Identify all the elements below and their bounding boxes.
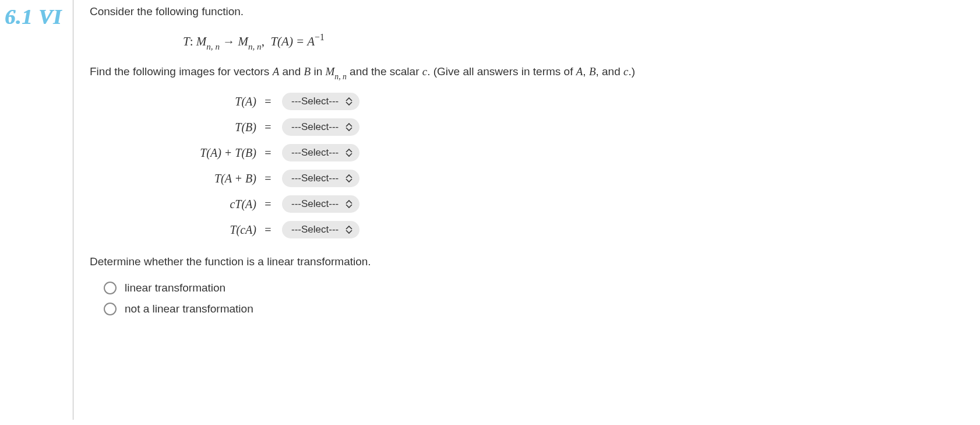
select-text: ---Select--- (291, 224, 339, 236)
select-text: ---Select--- (291, 96, 339, 107)
eq-label: T(B) (97, 121, 260, 134)
eq-label: T(cA) (97, 223, 260, 237)
text-and-scalar: and the scalar (347, 65, 422, 78)
var-c: c (422, 65, 427, 78)
eq-row-cTA: cT(A) = ---Select--- (97, 195, 970, 213)
find-instruction: Find the following images for vectors A … (90, 64, 970, 82)
text-in: in (311, 65, 325, 78)
eq-label: T(A) (97, 95, 260, 108)
radio-label: linear transformation (125, 282, 225, 294)
eq-label: T(A + B) (97, 172, 260, 185)
math-sub-nn-2: n, n (248, 42, 262, 51)
math-colon: : (190, 34, 193, 48)
eq-label: T(A) + T(B) (97, 146, 260, 160)
select-dropdown-TB[interactable]: ---Select--- (282, 118, 359, 136)
radio-option-linear[interactable]: linear transformation (104, 282, 970, 294)
eq-label: cT(A) (97, 198, 260, 211)
math-TA: T(A) = A (270, 34, 315, 48)
equals-sign: = (260, 121, 276, 134)
var-B2: B (589, 65, 596, 78)
select-text: ---Select--- (291, 121, 339, 133)
select-dropdown-cTA[interactable]: ---Select--- (282, 195, 359, 213)
math-M1: M (196, 34, 207, 48)
text-post: . (Give all answers in terms of (427, 65, 576, 78)
chevron-up-down-icon (346, 174, 352, 182)
handwritten-annotation: 6.1 VI (5, 5, 62, 29)
radio-circle-icon (104, 282, 117, 294)
chevron-up-down-icon (346, 123, 352, 131)
eq-row-TB: T(B) = ---Select--- (97, 118, 970, 136)
equals-sign: = (260, 172, 276, 185)
math-M2: M (238, 34, 248, 48)
text-end: .) (628, 65, 635, 78)
select-text: ---Select--- (291, 198, 339, 210)
function-definition: T: Mn, n → Mn, n, T(A) = A−1 (183, 33, 970, 51)
chevron-up-down-icon (346, 149, 352, 157)
radio-group-linear: linear transformation not a linear trans… (104, 282, 970, 315)
eq-row-TA-plus-TB: T(A) + T(B) = ---Select--- (97, 144, 970, 161)
equals-sign: = (260, 198, 276, 211)
question-body: Consider the following function. T: Mn, … (73, 0, 970, 420)
var-A: A (273, 65, 280, 78)
chevron-up-down-icon (346, 200, 352, 208)
eq-row-T-AplusB: T(A + B) = ---Select--- (97, 170, 970, 187)
text-c2: , and (596, 65, 624, 78)
sub-nn-inline: n, n (334, 72, 347, 81)
find-pre: Find the following images for vectors (90, 65, 273, 78)
select-dropdown-TA[interactable]: ---Select--- (282, 93, 359, 110)
arrow-right-icon: → (223, 34, 238, 48)
intro-text: Consider the following function. (90, 3, 970, 20)
equals-sign: = (260, 223, 276, 237)
select-text: ---Select--- (291, 147, 339, 159)
text-and1: and (279, 65, 304, 78)
var-A2: A (576, 65, 583, 78)
chevron-up-down-icon (346, 226, 352, 234)
math-exp-neg1: −1 (315, 32, 325, 42)
var-M: M (325, 65, 334, 78)
select-dropdown-TAplusTB[interactable]: ---Select--- (282, 144, 359, 161)
equals-sign: = (260, 95, 276, 108)
select-dropdown-TAplusB[interactable]: ---Select--- (282, 170, 359, 187)
math-T: T (183, 34, 190, 48)
select-dropdown-TcA[interactable]: ---Select--- (282, 221, 359, 238)
select-text: ---Select--- (291, 173, 339, 184)
equation-list: T(A) = ---Select--- T(B) = ---Select--- (97, 93, 970, 238)
text-c1: , (583, 65, 589, 78)
var-B: B (304, 65, 311, 78)
equals-sign: = (260, 146, 276, 160)
math-comma: , (262, 34, 265, 48)
radio-label: not a linear transformation (125, 303, 253, 315)
chevron-up-down-icon (346, 97, 352, 106)
determine-text: Determine whether the function is a line… (90, 254, 970, 270)
eq-row-TA: T(A) = ---Select--- (97, 93, 970, 110)
math-sub-nn-1: n, n (206, 42, 220, 51)
radio-circle-icon (104, 303, 117, 315)
radio-option-not-linear[interactable]: not a linear transformation (104, 303, 970, 315)
eq-row-TcA: T(cA) = ---Select--- (97, 221, 970, 238)
